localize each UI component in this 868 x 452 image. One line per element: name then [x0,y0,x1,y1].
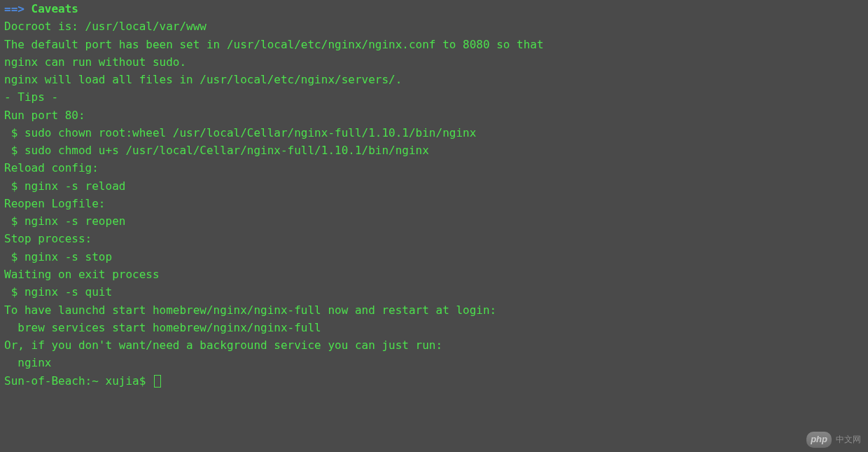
reopen-label: Reopen Logfile: [4,195,864,212]
chown-command: $ sudo chown root:wheel /usr/local/Cella… [4,124,864,142]
stop-label: Stop process: [4,230,864,247]
chmod-command: $ sudo chmod u+s /usr/local/Cellar/nginx… [4,142,864,159]
wait-label: Waiting on exit process [4,266,864,283]
watermark-text: 中文网 [836,433,861,446]
caveats-title: Caveats [31,2,78,15]
tips-header: - Tips - [4,88,864,106]
shell-prompt: Sun-of-Beach:~ xujia$ [4,374,153,388]
port-line-1: The default port has been set in /usr/lo… [4,36,864,53]
terminal-output[interactable]: ==> Caveats Docroot is: /usr/local/var/w… [0,0,868,390]
reopen-command: $ nginx -s reopen [4,212,864,230]
reload-command: $ nginx -s reload [4,177,864,195]
launchd-line-1: To have launchd start homebrew/nginx/ngi… [4,301,864,319]
port-line-2: nginx can run without sudo. [4,53,864,71]
reload-label: Reload config: [4,159,864,177]
watermark: php 中文网 [806,432,861,448]
prompt-line[interactable]: Sun-of-Beach:~ xujia$ [4,372,864,390]
launchd-line-2: brew services start homebrew/nginx/nginx… [4,319,864,336]
docroot-line: Docroot is: /usr/local/var/www [4,18,864,35]
caveats-header: ==> Caveats [4,0,864,18]
runport-label: Run port 80: [4,107,864,124]
arrow-icon: ==> [4,2,24,15]
quit-command: $ nginx -s quit [4,283,864,301]
or-line-2: nginx [4,354,864,371]
or-line-1: Or, if you don't want/need a background … [4,336,864,354]
loadfiles-line: nginx will load all files in /usr/local/… [4,71,864,88]
stop-command: $ nginx -s stop [4,248,864,266]
cursor-icon [154,375,161,388]
watermark-badge: php [806,432,832,448]
